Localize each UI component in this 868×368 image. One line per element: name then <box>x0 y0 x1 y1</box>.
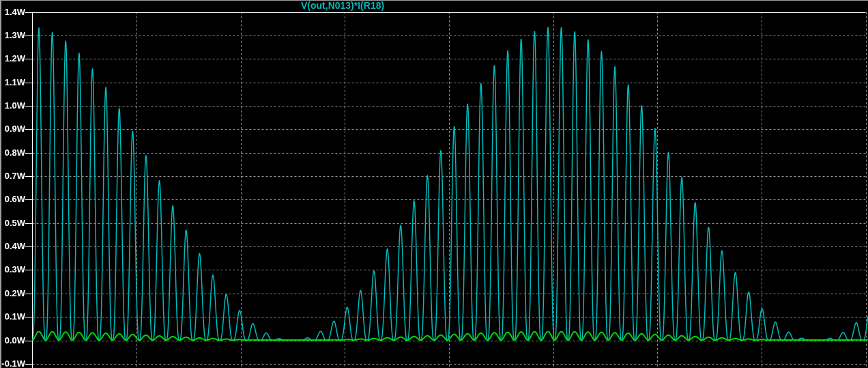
y-axis-label: 0.1W <box>0 312 25 322</box>
y-axis-label: 0.3W <box>0 265 25 274</box>
y-axis-label: 0.7W <box>0 171 25 181</box>
y-axis-label: 0.6W <box>0 195 25 204</box>
y-axis-label: 1.1W <box>0 78 25 87</box>
trace-label[interactable]: V(out,N013)*I(R18) <box>301 0 384 11</box>
y-axis-label: 0.2W <box>0 289 25 298</box>
y-axis-label: 0.0W <box>0 336 25 345</box>
y-axis-label: 1.2W <box>0 54 25 63</box>
waveform-pane: V(out,N013)*I(R18) 1.4W1.3W1.2W1.1W1.0W0… <box>0 0 868 368</box>
pane-border-top <box>0 0 868 1</box>
plot-area[interactable] <box>0 0 868 368</box>
y-axis-label: -0.1W <box>0 359 25 368</box>
y-axis-label: 0.4W <box>0 242 25 251</box>
y-axis-label: 1.4W <box>0 8 25 17</box>
y-axis-label: 0.9W <box>0 124 25 134</box>
y-axis-label: 1.0W <box>0 101 25 111</box>
y-axis-label: 1.3W <box>0 31 25 40</box>
y-axis-label: 0.8W <box>0 148 25 158</box>
y-axis-label: 0.5W <box>0 218 25 228</box>
